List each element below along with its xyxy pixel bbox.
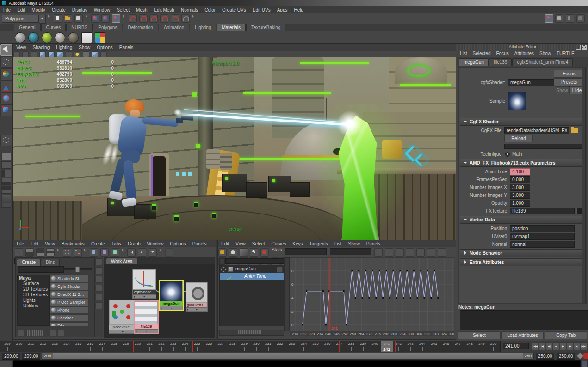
anim-time-field[interactable] [510, 168, 530, 175]
shelf-tab-deformation[interactable]: Deformation [123, 24, 158, 31]
strip-icon[interactable] [95, 258, 102, 265]
shelf-tab-animation[interactable]: Animation [159, 24, 189, 31]
menu-item-edit-mesh[interactable]: Edit Mesh [150, 6, 177, 13]
hypershade-menu-item-options[interactable]: Options [167, 240, 189, 247]
layout-split-icon[interactable] [46, 248, 55, 257]
menu-item-mesh[interactable]: Mesh [133, 6, 150, 13]
time-slider-frame[interactable]: 230 [250, 341, 262, 352]
focus-button[interactable]: Focus [554, 70, 584, 78]
graph-plot-area[interactable]: 86420241 [290, 257, 454, 331]
move-nearest-picked-key-icon[interactable] [218, 248, 227, 257]
hypershade-tab-bins[interactable]: Bins [41, 259, 60, 266]
play-backwards-button[interactable]: ◀ [553, 342, 559, 350]
lock-camera-icon[interactable] [22, 51, 29, 57]
menu-set-dropdown[interactable]: Polygons [2, 15, 39, 23]
opacity-field[interactable] [510, 200, 530, 207]
notes-textarea[interactable] [460, 310, 588, 330]
time-slider-frame[interactable]: 223 [167, 341, 179, 352]
open-scene-icon[interactable] [64, 14, 72, 23]
menu-item-help[interactable]: Help [291, 6, 307, 13]
time-slider-frame[interactable]: 248 [464, 341, 476, 352]
menu-set-dropdown-arrow[interactable] [39, 15, 46, 24]
time-slider-frame[interactable]: 212 [37, 341, 49, 352]
layout-four-pane-button[interactable] [1, 161, 11, 169]
go-to-end-button[interactable]: ▶▶| [581, 342, 587, 350]
time-slider-frame[interactable]: 229 [239, 341, 251, 352]
load-attributes-button[interactable]: Load Attributes [501, 331, 544, 339]
time-slider-frame[interactable]: 247 [452, 341, 464, 352]
ae-tab-megagun[interactable]: megaGun [459, 58, 489, 66]
plateau-tangents-icon[interactable] [427, 248, 435, 257]
graph-output-connections-icon[interactable] [111, 248, 119, 257]
dx11-shader-icon[interactable] [28, 32, 39, 43]
time-slider-frame[interactable]: 243 [404, 341, 416, 352]
viewport-menu-item-panels[interactable]: Panels [116, 44, 137, 51]
outliner-filter-icon[interactable] [219, 258, 225, 265]
graph-menu-item-tangents[interactable]: Tangents [306, 240, 331, 247]
spline-tangents-icon[interactable] [374, 248, 383, 257]
pager-left2-icon[interactable] [50, 330, 56, 336]
shelf-tab-curves[interactable]: Curves [41, 24, 66, 31]
graph-menu-item-show[interactable]: Show [345, 240, 363, 247]
hypershade-menu-item-bookmarks[interactable]: Bookmarks [58, 240, 88, 247]
outliner-scroll-up-icon[interactable] [277, 267, 283, 273]
make-live-icon[interactable] [181, 14, 190, 23]
shelf-tab-polygons[interactable]: Polygons [93, 24, 122, 31]
time-slider-frame[interactable]: 250 [488, 341, 500, 352]
node-place2d[interactable]: place2dTe... [109, 300, 136, 334]
flat-tangents-icon[interactable] [406, 248, 414, 257]
play-forwards-button[interactable]: ▶ [560, 342, 566, 350]
close-panel-icon[interactable] [582, 45, 587, 50]
select-node-button[interactable]: Select [458, 331, 501, 339]
time-slider-frame[interactable]: 240 [369, 341, 381, 352]
time-slider-frame[interactable]: 239 [357, 341, 369, 352]
tree-item[interactable]: Utilities [18, 303, 49, 308]
layout-dropdown[interactable] [1, 203, 11, 208]
xray-icon[interactable] [100, 51, 107, 57]
strip-icon[interactable] [95, 276, 102, 283]
node-graph-canvas[interactable]: cgfxShade... megaGun gunBlast1... [104, 264, 215, 338]
time-slider-frame[interactable]: 242 [393, 341, 405, 352]
viewport-3d-scene[interactable]: Verts:4867540 Edges:9313100 Polygons:462… [13, 57, 456, 240]
shaderfx-shader-icon[interactable] [55, 32, 65, 43]
menu-item-edit[interactable]: Edit [14, 6, 28, 13]
section-cgfx-parameters[interactable]: AMD_FX_Flipbook713.cgfx Parameters [460, 159, 585, 167]
save-scene-icon[interactable] [74, 14, 83, 23]
create-search-field[interactable] [18, 266, 64, 273]
time-slider-frame[interactable]: 245 [428, 341, 440, 352]
tree-item[interactable]: Surface [18, 281, 49, 286]
frame-playback-icon[interactable] [250, 248, 258, 257]
time-slider-frame[interactable]: 249 [476, 341, 488, 352]
previous-graph-icon[interactable] [127, 248, 136, 257]
section-extra-attributes[interactable]: Extra Attributes [460, 258, 585, 266]
tool-settings-toggle-icon[interactable] [566, 14, 574, 23]
step-forward-frame-button[interactable]: |▶ [567, 342, 573, 350]
shelf-tab-texturebaking[interactable]: TextureBaking [246, 24, 285, 31]
last-tool-slot[interactable] [0, 135, 12, 146]
time-slider-frame[interactable]: 210 [13, 341, 25, 352]
number-images-x-field[interactable] [510, 184, 530, 191]
ae-tab-cgfxshader1-animtime4[interactable]: cgfxShader1_animTime4 [512, 58, 573, 66]
graph-menu-item-keys[interactable]: Keys [289, 240, 306, 247]
grid-toggle-icon[interactable] [39, 51, 46, 57]
copy-tab-button[interactable]: Copy Tab [545, 331, 587, 339]
menu-item-create[interactable]: Create [49, 6, 69, 13]
menu-item-create-uvs[interactable]: Create UVs [219, 6, 249, 13]
time-slider-frame[interactable]: 213 [49, 341, 61, 352]
time-slider-frame[interactable]: 221 [144, 341, 156, 352]
animation-end-field[interactable] [557, 353, 575, 360]
rearrange-graph-icon[interactable] [165, 248, 173, 257]
layout-top-bottom-icon[interactable] [25, 248, 34, 257]
animation-preferences-icon[interactable] [583, 353, 588, 359]
frame-all-icon[interactable] [240, 248, 248, 257]
layout-single-pane-button[interactable] [1, 153, 11, 160]
animation-start-field[interactable] [2, 353, 20, 360]
menu-item-normals[interactable]: Normals [178, 6, 201, 13]
menu-item-select[interactable]: Select [113, 6, 133, 13]
snap-curve-icon[interactable] [139, 14, 148, 23]
ae-menu-item-show[interactable]: Show [537, 50, 554, 57]
time-slider-frame[interactable]: 219 [120, 341, 132, 352]
node-name-field[interactable] [508, 79, 558, 86]
pager-track[interactable] [26, 330, 43, 336]
shelf-tab-lighting[interactable]: Lighting [190, 24, 216, 31]
